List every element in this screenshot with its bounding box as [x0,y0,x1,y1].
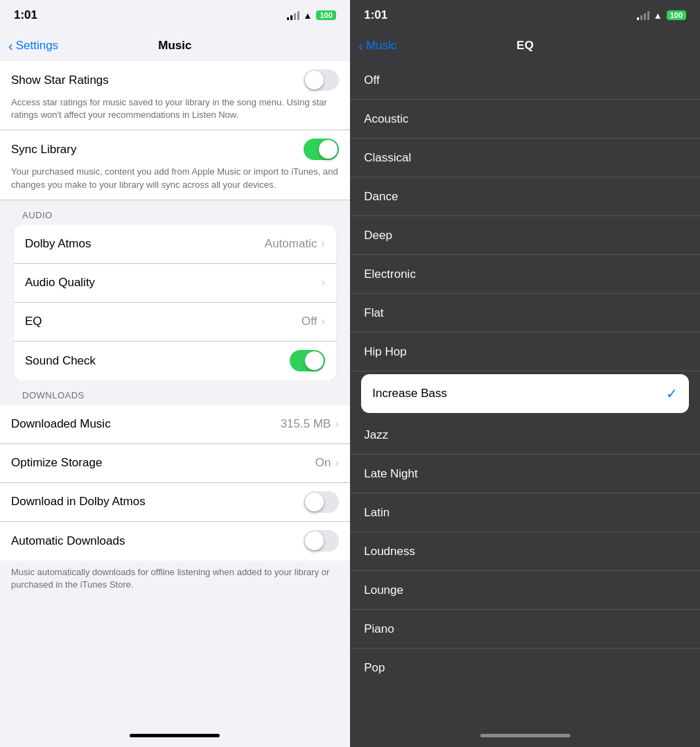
optimize-storage-row[interactable]: Optimize Storage On › [0,444,350,483]
right-battery: 100 [667,10,686,20]
eq-option-electronic[interactable]: Electronic [350,255,700,294]
right-home-bar [480,734,570,737]
sound-check-row[interactable]: Sound Check [14,342,336,380]
automatic-downloads-toggle[interactable] [304,530,339,552]
download-dolby-row[interactable]: Download in Dolby Atmos [0,483,350,522]
sound-check-label: Sound Check [25,354,290,368]
left-wifi-icon: ▲ [304,10,313,21]
sound-check-toggle[interactable] [290,350,325,371]
eq-option-hiphop[interactable]: Hip Hop [350,333,700,371]
eq-option-label: Hip Hop [364,345,686,359]
eq-option-label: Acoustic [364,112,686,126]
automatic-downloads-label: Automatic Downloads [11,534,304,548]
eq-option-label: Classical [364,151,686,165]
eq-option-label: Flat [364,306,686,320]
downloaded-music-row[interactable]: Downloaded Music 315.5 MB › [0,405,350,444]
eq-option-jazz[interactable]: Jazz [350,416,700,455]
audio-section-label: AUDIO [0,200,350,225]
show-star-ratings-toggle[interactable] [304,69,339,91]
left-status-bar: 1:01 ▲ 100 [0,0,350,30]
sound-check-thumb [305,351,324,370]
eq-option-deep[interactable]: Deep [350,216,700,255]
eq-row[interactable]: EQ Off › [14,303,336,342]
dolby-atmos-label: Dolby Atmos [25,237,265,251]
checkmark-icon: ✓ [666,385,678,402]
eq-option-late-night[interactable]: Late Night [350,455,700,493]
downloaded-music-label: Downloaded Music [11,417,281,431]
download-dolby-toggle[interactable] [304,491,339,513]
audio-quality-label: Audio Quality [25,276,321,290]
sync-library-toggle[interactable] [304,139,339,160]
eq-option-piano[interactable]: Piano [350,610,700,649]
right-home-indicator [350,723,700,747]
dolby-atmos-row[interactable]: Dolby Atmos Automatic › [14,225,336,264]
dolby-atmos-chevron-icon: › [321,238,324,250]
downloaded-music-value: 315.5 MB [281,417,331,431]
eq-option-loudness[interactable]: Loudness [350,532,700,571]
right-scroll-content: Off Acoustic Classical Dance Deep Electr… [350,61,700,723]
eq-option-label: Latin [364,506,686,520]
right-nav-title: EQ [516,39,534,53]
left-time: 1:01 [14,8,37,22]
left-back-label: Settings [16,39,58,53]
left-nav-bar: ‹ Settings Music [0,30,350,61]
optimize-storage-label: Optimize Storage [11,456,315,470]
eq-option-label: Pop [364,661,686,675]
eq-option-label: Deep [364,229,686,243]
eq-chevron-icon: › [321,315,324,328]
audio-quality-row[interactable]: Audio Quality › [14,264,336,303]
right-back-chevron-icon: ‹ [358,39,363,53]
downloads-group: Downloaded Music 315.5 MB › Optimize Sto… [0,405,350,561]
right-back-label: Music [366,39,396,53]
download-dolby-thumb [305,493,324,511]
optimize-storage-value: On [315,456,331,470]
show-star-ratings-label: Show Star Ratings [11,73,304,87]
sync-library-label: Sync Library [11,143,304,157]
right-time: 1:01 [364,8,387,22]
eq-option-dance[interactable]: Dance [350,177,700,216]
eq-option-latin[interactable]: Latin [350,493,700,532]
optimize-storage-chevron-icon: › [335,457,338,469]
right-wifi-icon: ▲ [654,10,663,21]
eq-option-acoustic[interactable]: Acoustic [350,100,700,139]
eq-option-label: Lounge [364,583,686,597]
left-home-indicator [0,723,350,747]
eq-option-lounge[interactable]: Lounge [350,571,700,610]
show-star-ratings-row[interactable]: Show Star Ratings Access star ratings fo… [0,61,350,130]
sync-library-desc: Your purchased music, content you add fr… [11,166,339,191]
downloads-section-label: DOWNLOADS [0,380,350,405]
automatic-downloads-row[interactable]: Automatic Downloads [0,522,350,561]
right-signal-icon [637,10,649,20]
download-dolby-label: Download in Dolby Atmos [11,495,304,509]
audio-quality-chevron-icon: › [321,276,324,289]
eq-option-label: Increase Bass [372,387,666,401]
left-back-button[interactable]: ‹ Settings [8,39,58,53]
eq-option-label: Dance [364,190,686,204]
eq-option-increase-bass[interactable]: Increase Bass ✓ [361,374,689,413]
right-panel: 1:01 ▲ 100 ‹ Music EQ Off Acoustic Class… [350,0,700,747]
right-status-icons: ▲ 100 [637,10,686,21]
eq-label: EQ [25,315,301,328]
downloaded-music-chevron-icon: › [335,418,338,430]
audio-highlight-card: Dolby Atmos Automatic › Audio Quality › … [14,225,336,380]
eq-option-label: Off [364,73,686,87]
auto-download-desc-container: Music automatically downloads for offlin… [0,561,350,602]
eq-list: Off Acoustic Classical Dance Deep Electr… [350,61,700,687]
eq-option-off[interactable]: Off [350,61,700,100]
sync-library-row[interactable]: Sync Library Your purchased music, conte… [0,130,350,200]
eq-option-label: Piano [364,622,686,636]
eq-option-flat[interactable]: Flat [350,294,700,333]
left-signal-icon [287,10,299,20]
eq-option-classical[interactable]: Classical [350,139,700,177]
automatic-downloads-thumb [305,531,324,550]
eq-option-label: Electronic [364,267,686,281]
left-status-icons: ▲ 100 [287,10,336,21]
left-back-chevron-icon: ‹ [8,39,13,53]
right-nav-bar: ‹ Music EQ [350,30,700,61]
dolby-atmos-value: Automatic [265,237,317,251]
eq-option-label: Loudness [364,545,686,559]
eq-option-pop[interactable]: Pop [350,649,700,687]
right-back-button[interactable]: ‹ Music [358,39,396,53]
show-star-ratings-desc: Access star ratings for music saved to y… [11,96,339,121]
auto-download-desc: Music automatically downloads for offlin… [11,566,339,591]
